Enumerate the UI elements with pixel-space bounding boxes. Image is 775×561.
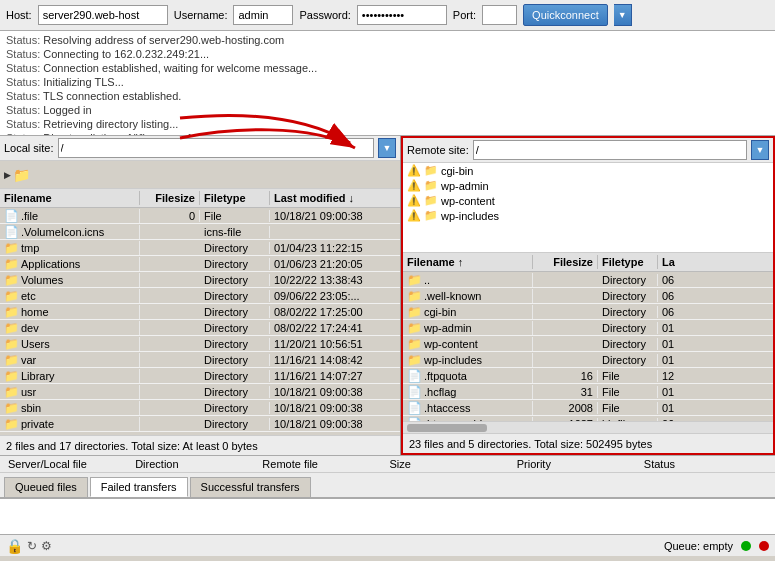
transfer-direction-col: Direction [133, 458, 260, 470]
folder-icon: 📁 [13, 167, 30, 183]
local-site-label: Local site: [4, 142, 54, 154]
remote-tree[interactable]: ⚠️📁cgi-bin⚠️📁wp-admin⚠️📁wp-content⚠️📁wp-… [403, 163, 773, 253]
local-path-input[interactable] [58, 138, 374, 158]
remote-scrollbar[interactable] [403, 421, 773, 433]
settings-icon[interactable]: ⚙ [41, 539, 52, 553]
list-item[interactable]: ⚠️📁wp-content [403, 193, 773, 208]
table-row[interactable]: 📁wp-content Directory 01 [403, 336, 773, 352]
transfer-size-col: Size [388, 458, 515, 470]
password-input[interactable] [357, 5, 447, 25]
table-row[interactable]: 📄.VolumeIcon.icns icns-file [0, 224, 400, 240]
status-line-2: Status: Connecting to 162.0.232.249:21..… [6, 47, 769, 61]
tab-queued-files[interactable]: Queued files [4, 477, 88, 497]
local-path-dropdown-button[interactable]: ▼ [378, 138, 396, 158]
toolbar: Host: Username: Password: Port: Quickcon… [0, 0, 775, 31]
bottom-status-bar: 🔒 ↻ ⚙ Queue: empty [0, 534, 775, 556]
list-item[interactable]: ⚠️📁wp-includes [403, 208, 773, 223]
transfer-status-col: Status [642, 458, 769, 470]
bottom-status-left: 🔒 ↻ ⚙ [6, 538, 656, 554]
local-file-list-header: Filename Filesize Filetype Last modified… [0, 189, 400, 208]
remote-summary: 23 files and 5 directories. Total size: … [403, 433, 773, 453]
table-row[interactable]: 📄.hcflag 31 File 01 [403, 384, 773, 400]
remote-col-filetype-header[interactable]: Filetype [598, 255, 658, 269]
remote-col-filesize-header[interactable]: Filesize [533, 255, 598, 269]
status-line-1: Status: Resolving address of server290.w… [6, 33, 769, 47]
queue-status-label: Queue: empty [664, 540, 733, 552]
status-line-6: Status: Logged in [6, 103, 769, 117]
table-row[interactable]: 📁sbin Directory 10/18/21 09:00:38 [0, 400, 400, 416]
transfer-server-col: Server/Local file [6, 458, 133, 470]
status-line-4: Status: Initializing TLS... [6, 75, 769, 89]
tab-failed-transfers[interactable]: Failed transfers [90, 477, 188, 497]
table-row[interactable]: 📁tmp Directory 01/04/23 11:22:15 [0, 240, 400, 256]
local-col-modified-header[interactable]: Last modified ↓ [270, 191, 400, 205]
status-line-3: Status: Connection established, waiting … [6, 61, 769, 75]
table-row[interactable]: 📁wp-admin Directory 01 [403, 320, 773, 336]
local-file-list[interactable]: 📄.file 0 File 10/18/21 09:00:38 📄.Volume… [0, 208, 400, 435]
tree-expand-arrow[interactable]: ▶ [4, 170, 11, 180]
port-label: Port: [453, 9, 476, 21]
table-row[interactable]: 📁.well-known Directory 06 [403, 288, 773, 304]
remote-scrollbar-thumb[interactable] [407, 424, 487, 432]
table-row[interactable]: 📁.. Directory 06 [403, 272, 773, 288]
table-row[interactable]: 📁wp-includes Directory 01 [403, 352, 773, 368]
table-row[interactable]: 📁home Directory 08/02/22 17:25:00 [0, 304, 400, 320]
transfer-priority-col: Priority [515, 458, 642, 470]
local-tree-nav[interactable]: ▶ 📁 [0, 161, 400, 189]
table-row[interactable]: 📄.file 0 File 10/18/21 09:00:38 [0, 208, 400, 224]
quickconnect-button[interactable]: Quickconnect [523, 4, 608, 26]
transfer-queue-header-row: Server/Local file Direction Remote file … [0, 456, 775, 473]
table-row[interactable]: 📁etc Directory 09/06/22 23:05:... [0, 288, 400, 304]
refresh-icon[interactable]: ↻ [27, 539, 37, 553]
status-dot-green [741, 541, 751, 551]
status-line-7: Status: Retrieving directory listing... [6, 117, 769, 131]
remote-pane: Remote site: ▼ ⚠️📁cgi-bin⚠️📁wp-admin⚠️📁w… [401, 136, 775, 455]
remote-path-input[interactable] [473, 140, 747, 160]
main-area: Local site: ▼ ▶ 📁 Filename Filesize File… [0, 136, 775, 456]
table-row[interactable]: 📁usr Directory 10/18/21 09:00:38 [0, 384, 400, 400]
list-item[interactable]: ⚠️📁cgi-bin [403, 163, 773, 178]
remote-col-filename-header[interactable]: Filename ↑ [403, 255, 533, 269]
table-row[interactable]: 📁Library Directory 11/16/21 14:07:27 [0, 368, 400, 384]
table-row[interactable]: 📁private Directory 10/18/21 09:00:38 [0, 416, 400, 432]
table-row[interactable]: 📁Applications Directory 01/06/23 21:20:0… [0, 256, 400, 272]
password-label: Password: [299, 9, 350, 21]
status-panel: Status: Resolving address of server290.w… [0, 31, 775, 136]
table-row[interactable]: 📄.htaccess 2008 File 01 [403, 400, 773, 416]
transfer-remote-col: Remote file [260, 458, 387, 470]
local-col-filename-header[interactable]: Filename [0, 191, 140, 205]
table-row[interactable]: 📁Users Directory 11/20/21 10:56:51 [0, 336, 400, 352]
local-col-filesize-header[interactable]: Filesize [140, 191, 200, 205]
lock-icon: 🔒 [6, 538, 23, 554]
local-site-header: Local site: ▼ [0, 136, 400, 161]
local-summary: 2 files and 17 directories. Total size: … [0, 435, 400, 455]
local-pane: Local site: ▼ ▶ 📁 Filename Filesize File… [0, 136, 401, 455]
remote-site-label: Remote site: [407, 144, 469, 156]
remote-path-dropdown-button[interactable]: ▼ [751, 140, 769, 160]
table-row[interactable]: 📄.ftpquota 16 File 12 [403, 368, 773, 384]
host-label: Host: [6, 9, 32, 21]
username-input[interactable] [233, 5, 293, 25]
status-dot-red [759, 541, 769, 551]
queue-tabs: Queued files Failed transfers Successful… [0, 473, 775, 498]
table-row[interactable]: 📁Volumes Directory 10/22/22 13:38:43 [0, 272, 400, 288]
remote-site-header: Remote site: ▼ [403, 138, 773, 163]
list-item[interactable]: ⚠️📁wp-admin [403, 178, 773, 193]
table-row[interactable]: 📁cgi-bin Directory 06 [403, 304, 773, 320]
status-line-5: Status: TLS connection established. [6, 89, 769, 103]
queue-content [0, 498, 775, 534]
table-row[interactable]: 📁dev Directory 08/02/22 17:24:41 [0, 320, 400, 336]
host-input[interactable] [38, 5, 168, 25]
port-input[interactable] [482, 5, 517, 25]
local-col-filetype-header[interactable]: Filetype [200, 191, 270, 205]
quickconnect-dropdown-button[interactable]: ▼ [614, 4, 632, 26]
remote-col-modified-header[interactable]: La [658, 255, 708, 269]
remote-file-list[interactable]: 📁.. Directory 06 📁.well-known Directory … [403, 272, 773, 421]
tab-successful-transfers[interactable]: Successful transfers [190, 477, 311, 497]
table-row[interactable]: 📁var Directory 11/16/21 14:08:42 [0, 352, 400, 368]
remote-file-list-header: Filename ↑ Filesize Filetype La [403, 253, 773, 272]
username-label: Username: [174, 9, 228, 21]
